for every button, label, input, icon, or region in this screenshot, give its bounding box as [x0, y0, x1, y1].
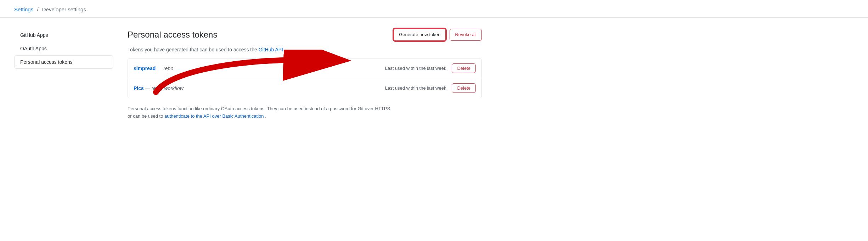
sidebar: GitHub Apps OAuth Apps Personal access t…: [14, 28, 113, 120]
table-row: simpread — repo Last used within the las…: [128, 58, 481, 78]
token-last-used-simpread: Last used within the last week: [385, 66, 446, 71]
main-content: Personal access tokens Generate new toke…: [128, 28, 482, 120]
tokens-table: simpread — repo Last used within the las…: [128, 58, 482, 98]
description-text-2: can be used to access the: [199, 47, 259, 52]
revoke-all-button[interactable]: Revoke all: [450, 29, 482, 41]
content-header: Personal access tokens Generate new toke…: [128, 28, 482, 41]
token-info-pics: Pics — repo, workflow: [134, 85, 184, 91]
table-row: Pics — repo, workflow Last used within t…: [128, 78, 481, 98]
token-scopes-simpread: — repo: [157, 66, 173, 71]
token-scopes-pics: — repo, workflow: [145, 85, 184, 91]
token-info-simpread: simpread — repo: [134, 66, 173, 71]
generate-new-token-button[interactable]: Generate new token: [393, 28, 446, 41]
footer-text-2: or can be used to: [128, 113, 164, 119]
page-title: Personal access tokens: [128, 30, 217, 40]
breadcrumb: Settings / Developer settings: [0, 0, 868, 18]
token-name-pics[interactable]: Pics: [134, 85, 144, 91]
footer-text-1: Personal access tokens function like ord…: [128, 106, 391, 111]
breadcrumb-settings-link[interactable]: Settings: [14, 6, 33, 12]
token-name-simpread[interactable]: simpread: [134, 66, 156, 71]
breadcrumb-current: Developer settings: [42, 6, 86, 12]
token-last-used-pics: Last used within the last week: [385, 85, 446, 91]
breadcrumb-separator: /: [37, 6, 38, 12]
header-actions: Generate new token Revoke all: [393, 28, 482, 41]
footer-description: Personal access tokens function like ord…: [128, 105, 432, 120]
sidebar-item-oauth-apps[interactable]: OAuth Apps: [14, 42, 113, 55]
description-text-1: Tokens you have generated that: [128, 47, 199, 52]
footer-text-3: .: [265, 113, 266, 119]
sidebar-item-github-apps[interactable]: GitHub Apps: [14, 28, 113, 42]
token-meta-simpread: Last used within the last week Delete: [385, 63, 476, 73]
delete-button-pics[interactable]: Delete: [452, 83, 476, 93]
delete-button-simpread[interactable]: Delete: [452, 63, 476, 73]
token-meta-pics: Last used within the last week Delete: [385, 83, 476, 93]
github-api-link[interactable]: GitHub API: [259, 47, 283, 52]
basic-auth-link[interactable]: authenticate to the API over Basic Authe…: [164, 113, 264, 119]
tokens-description: Tokens you have generated that can be us…: [128, 47, 482, 52]
sidebar-item-personal-access-tokens[interactable]: Personal access tokens: [14, 55, 113, 69]
description-period: .: [284, 47, 286, 52]
